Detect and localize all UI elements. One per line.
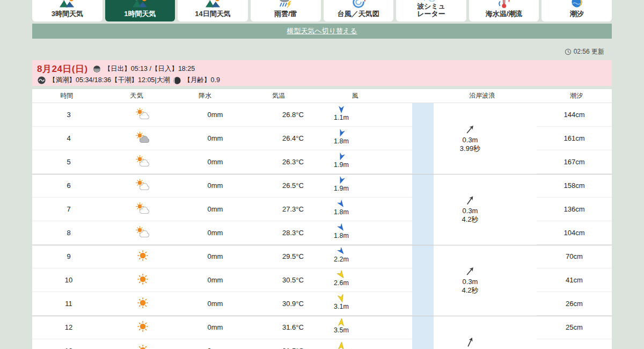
wind-direction-icon [336, 341, 346, 349]
time-cell: 13 [32, 339, 105, 349]
tide-cell [537, 339, 612, 349]
wind-value: 1.8m [327, 223, 355, 239]
table-row: 70mm27.3°C1.8m [32, 198, 412, 221]
wave-group: 0.3m4.2秒 [434, 245, 537, 316]
tide-cell: 25cm [537, 316, 612, 339]
time-cell: 10 [32, 268, 105, 292]
tab-14day-weather[interactable]: 14日間天気 [178, 0, 248, 21]
time-cell: 11 [32, 292, 105, 315]
update-row: 02:56 更新 [32, 47, 612, 56]
tab-label: 波シミュレーター [417, 3, 445, 18]
weather-cell [105, 292, 180, 315]
date-header-line2: 【満潮】05:34/18:36【干潮】12:05|大潮 【月齢】0.9 [37, 76, 607, 85]
tide-cell: 136cm [537, 198, 612, 221]
tab-label: 14日間天気 [195, 10, 230, 18]
wind-cell: 2.2m [336, 245, 412, 268]
wind-cell: 1.8m [336, 127, 412, 150]
wind-speed-label: 3.5m [334, 326, 349, 334]
wind-value: 3.5m [327, 318, 355, 334]
weather-cell [105, 316, 180, 339]
wind-speed-label: 1.9m [334, 185, 349, 192]
table-row: 100mm30.5°C2.6m [32, 268, 412, 292]
wave-direction-icon [462, 263, 479, 280]
sun-cloud-icon [135, 202, 151, 216]
tab-typhoon-weather-map[interactable]: 台風／天気図 [324, 0, 394, 21]
tab-3hour-weather[interactable]: 3時間天気 [32, 0, 103, 21]
temp-cell: 26.3°C [250, 150, 336, 173]
wind-value: 3.1m [327, 294, 355, 310]
weather-cell [105, 268, 180, 292]
col-header-weather: 天気 [101, 89, 172, 103]
wave-group [434, 316, 537, 349]
table-body: 30mm26.8°C1.1m144cm40mm26.4°C1.8m161cm50… [32, 103, 612, 349]
tide-cell: 70cm [537, 245, 612, 268]
wind-cell: 2.6m [336, 268, 412, 292]
wind-speed-label: 1.8m [334, 137, 349, 145]
tab-tide[interactable]: 潮汐 [541, 0, 612, 21]
sunrise-sunset-icon [92, 64, 101, 74]
weather-cell [105, 174, 180, 197]
sea-temp-icon [496, 0, 512, 10]
weather-cell [105, 245, 180, 268]
clock-icon [565, 48, 572, 55]
table-row: 30mm26.8°C1.1m [32, 103, 412, 127]
table-row: 80mm28.3°C1.8m [32, 221, 412, 245]
wind-direction-icon [336, 293, 347, 304]
sunny-icon [137, 297, 149, 310]
precip-cell: 0mm [180, 245, 250, 268]
switch-banner: 横型天気へ切り替える [32, 24, 612, 39]
weather-icon [59, 0, 75, 10]
wind-direction-icon [336, 317, 346, 326]
precip-cell: 0mm [180, 221, 250, 244]
temp-cell: 28.3°C [250, 221, 336, 244]
wave-height-bar [412, 103, 434, 349]
wind-cell: 1.8m [336, 221, 412, 244]
table-row: 50mm26.3°C1.9m [32, 150, 412, 174]
tide-cell: 161cm [537, 127, 612, 150]
group-divider [32, 245, 612, 245]
switch-horizontal-weather-link[interactable]: 横型天気へ切り替える [287, 26, 357, 36]
wind-cell: 1.1m [336, 103, 412, 126]
wave-period-label: 4.2秒 [462, 286, 478, 295]
tide-cell: 26cm [537, 292, 612, 316]
weather-page: 3時間天気1時間天気14日間天気雨雲/雷台風／天気図波シミュレーター海水温/潮流… [0, 0, 644, 349]
wind-speed-label: 2.6m [334, 279, 349, 287]
wind-value [327, 341, 355, 349]
tab-1hour-weather[interactable]: 1時間天気 [105, 0, 175, 21]
tab-rain-cloud-lightning[interactable]: 雨雲/雷 [251, 0, 321, 21]
weather-cell [105, 339, 180, 349]
wind-cell: 3.5m [336, 316, 412, 339]
precip-cell: 0mm [180, 127, 250, 150]
time-cell: 4 [32, 127, 105, 150]
col-header-temp: 気温 [238, 89, 319, 103]
precip-cell: 0mm [180, 174, 250, 197]
precip-cell: 0mm [180, 150, 250, 173]
precip-cell: 0mm [180, 268, 250, 292]
tab-label: 台風／天気図 [338, 10, 379, 18]
tab-wave-simulator[interactable]: 波シミュレーター [396, 0, 466, 21]
table-row: 120mm31.6°C3.5m [32, 316, 412, 339]
wind-speed-label: 1.9m [334, 161, 349, 169]
wave-period-label: 4.2秒 [462, 215, 478, 224]
wave-icon [37, 76, 46, 85]
moon-icon [173, 76, 181, 85]
date-header: 8月24日(日) 【日出】05:13 /【日入】18:25 【満潮】05:34/… [32, 60, 612, 86]
wind-direction-icon [337, 105, 346, 114]
wind-speed-label: 1.8m [334, 208, 349, 216]
table-row: 90mm29.5°C2.2m [32, 245, 412, 268]
precip-cell: 0mm [180, 103, 250, 126]
wind-value: 1.8m [327, 200, 355, 216]
wave-period-label: 3.99秒 [460, 144, 480, 154]
time-cell: 12 [32, 316, 105, 339]
temp-cell: 26.5°C [250, 174, 336, 197]
weather-cell [105, 103, 180, 126]
tab-label: 1時間天気 [124, 10, 156, 18]
tab-sea-temp-current[interactable]: 海水温/潮流 [469, 0, 539, 21]
temp-cell: 30.9°C [250, 292, 336, 315]
sun-cloud-icon [135, 226, 151, 240]
temp-cell: 27.3°C [250, 198, 336, 221]
table-row: 110mm30.9°C3.1m [32, 292, 412, 316]
time-cell: 7 [32, 198, 105, 221]
tide-cell: 167cm [537, 150, 612, 174]
col-header-tide: 潮汐 [541, 89, 612, 103]
